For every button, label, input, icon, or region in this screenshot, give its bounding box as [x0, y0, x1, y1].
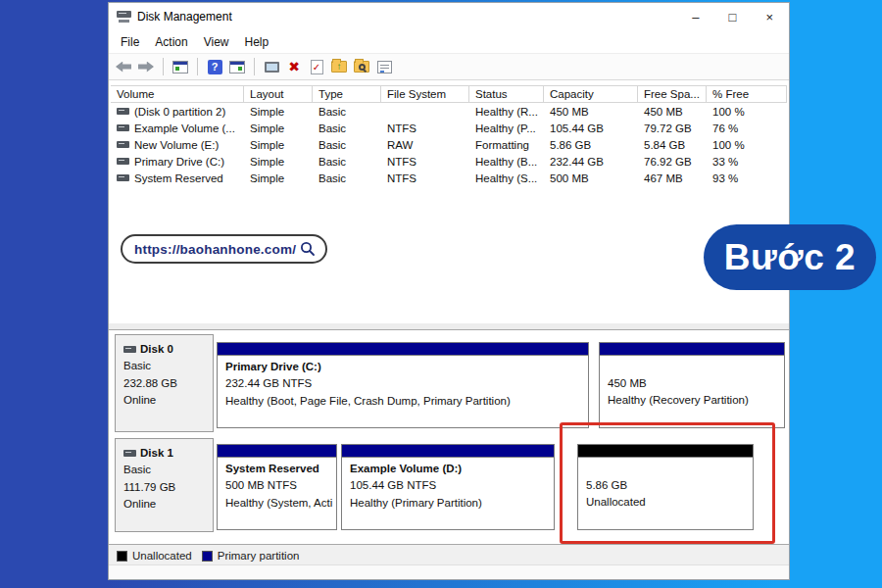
forward-icon[interactable]: [137, 58, 155, 75]
volume-type: Basic: [313, 120, 381, 136]
toolbar-separator: [163, 58, 164, 75]
volume-free: 467 MB: [638, 170, 707, 186]
volume-fs: NTFS: [381, 170, 469, 186]
partition-example-volume-d[interactable]: Example Volume (D:) 105.44 GB NTFS Healt…: [341, 444, 555, 530]
minimize-button[interactable]: –: [692, 11, 699, 24]
volume-capacity: 450 MB: [544, 103, 638, 120]
column-header-type[interactable]: Type: [313, 86, 381, 102]
table-row[interactable]: Example Volume (... Simple Basic NTFS He…: [111, 120, 787, 136]
column-header-pct-free[interactable]: % Free: [707, 86, 787, 102]
watermark-url: https://baohanhone.com/: [134, 242, 296, 257]
partition-stripe: [342, 445, 554, 458]
volume-icon: [117, 108, 129, 115]
menu-bar: File Action View Help: [109, 30, 789, 54]
volume-name: Example Volume (...: [134, 122, 235, 134]
column-header-free-space[interactable]: Free Spa...: [638, 86, 707, 102]
volume-list-header: Volume Layout Type File System Status Ca…: [111, 85, 787, 103]
partition-stripe: [600, 343, 784, 356]
partition-title: [586, 461, 745, 477]
table-row[interactable]: System Reserved Simple Basic NTFS Health…: [111, 170, 787, 186]
disk-name: Disk 1: [140, 445, 173, 462]
close-button[interactable]: ×: [765, 11, 773, 24]
console-tree-icon[interactable]: [172, 58, 189, 75]
table-row[interactable]: New Volume (E:) Simple Basic RAW Formatt…: [111, 136, 787, 153]
volume-type: Basic: [313, 170, 381, 186]
column-header-capacity[interactable]: Capacity: [544, 86, 638, 102]
watermark-url-pill: https://baohanhone.com/: [121, 234, 327, 264]
volume-capacity: 232.44 GB: [544, 153, 638, 170]
action-pane-icon[interactable]: [228, 58, 246, 75]
partition-system-reserved[interactable]: System Reserved 500 MB NTFS Healthy (Sys…: [217, 444, 337, 530]
partition-status: Healthy (System, Acti: [225, 495, 328, 512]
title-bar: Disk Management – □ ×: [109, 3, 789, 30]
disk-1-info-panel[interactable]: Disk 1 Basic 111.79 GB Online: [115, 438, 214, 532]
toolbar-separator: [197, 58, 198, 75]
column-header-layout[interactable]: Layout: [244, 86, 313, 102]
volume-icon: [117, 158, 129, 165]
legend-label-primary-partition: Primary partition: [218, 550, 300, 562]
disk-0-info-panel[interactable]: Disk 0 Basic 232.88 GB Online: [115, 334, 214, 432]
partition-size: 500 MB NTFS: [225, 477, 328, 494]
volume-type: Basic: [313, 103, 381, 120]
back-icon[interactable]: [115, 58, 132, 75]
table-row[interactable]: Primary Drive (C:) Simple Basic NTFS Hea…: [111, 153, 787, 170]
disk-icon: [123, 450, 136, 457]
folder-search-icon[interactable]: [353, 58, 370, 75]
graphical-view-pane: Disk 0 Basic 232.88 GB Online Primary Dr…: [109, 330, 789, 579]
menu-view[interactable]: View: [196, 32, 237, 52]
delete-icon[interactable]: ✖: [285, 58, 303, 75]
check-document-icon[interactable]: ✓: [308, 58, 325, 75]
volume-icon: [117, 141, 129, 148]
volume-name: System Reserved: [134, 172, 223, 184]
computer-icon[interactable]: [263, 58, 280, 75]
disk-1-partitions: System Reserved 500 MB NTFS Healthy (Sys…: [214, 438, 785, 532]
column-header-file-system[interactable]: File System: [381, 86, 469, 102]
help-icon[interactable]: ?: [206, 58, 223, 75]
volume-status: Healthy (S...: [469, 170, 544, 186]
window-title: Disk Management: [137, 10, 232, 24]
volume-pct-free: 100 %: [707, 136, 787, 153]
partition-stripe: [218, 445, 336, 458]
column-header-status[interactable]: Status: [469, 86, 544, 102]
partition-unallocated[interactable]: 5.86 GB Unallocated: [577, 444, 754, 530]
table-row[interactable]: (Disk 0 partition 2) Simple Basic Health…: [111, 103, 787, 120]
disk-icon: [123, 346, 136, 353]
volume-status: Healthy (P...: [469, 120, 544, 136]
disk-size: 232.88 GB: [123, 375, 207, 392]
volume-status: Healthy (B...: [469, 153, 544, 170]
disk-kind: Basic: [123, 358, 207, 374]
volume-status: Healthy (R...: [469, 103, 544, 120]
partition-size: 450 MB: [608, 375, 776, 392]
disk-name: Disk 0: [140, 341, 173, 358]
disk-management-window: Disk Management – □ × File Action View H…: [108, 2, 790, 580]
step-badge-label: Bước 2: [724, 237, 856, 278]
disk-1-row: Disk 1 Basic 111.79 GB Online System Res…: [115, 438, 785, 532]
volume-pct-free: 33 %: [707, 153, 787, 170]
partition-recovery[interactable]: 450 MB Healthy (Recovery Partition): [599, 342, 785, 428]
volume-fs: NTFS: [381, 120, 469, 136]
menu-help[interactable]: Help: [237, 32, 277, 52]
menu-file[interactable]: File: [113, 32, 147, 52]
partition-status: Healthy (Recovery Partition): [608, 392, 776, 409]
maximize-button[interactable]: □: [729, 11, 737, 24]
column-header-volume[interactable]: Volume: [111, 86, 244, 102]
disk-status: Online: [123, 496, 207, 513]
volume-icon: [117, 124, 129, 131]
partition-primary-drive-c[interactable]: Primary Drive (C:) 232.44 GB NTFS Health…: [217, 342, 589, 428]
volume-status: Formatting: [469, 136, 544, 153]
volume-fs: NTFS: [381, 153, 469, 170]
menu-action[interactable]: Action: [147, 32, 195, 52]
page-background: Disk Management – □ × File Action View H…: [0, 0, 882, 588]
disk-0-partitions: Primary Drive (C:) 232.44 GB NTFS Health…: [214, 334, 785, 432]
legend-bar: Unallocated Primary partition: [109, 544, 789, 566]
volume-list: Volume Layout Type File System Status Ca…: [111, 85, 787, 186]
volume-free: 5.84 GB: [638, 136, 707, 153]
partition-size: 232.44 GB NTFS: [225, 375, 580, 392]
search-icon: [300, 241, 316, 257]
properties-icon[interactable]: [375, 58, 393, 75]
folder-up-icon[interactable]: ↑: [330, 58, 348, 75]
partition-status: Healthy (Boot, Page File, Crash Dump, Pr…: [225, 393, 580, 410]
partition-title: System Reserved: [225, 461, 328, 477]
status-strip: [109, 564, 789, 579]
pane-splitter[interactable]: [109, 322, 789, 330]
